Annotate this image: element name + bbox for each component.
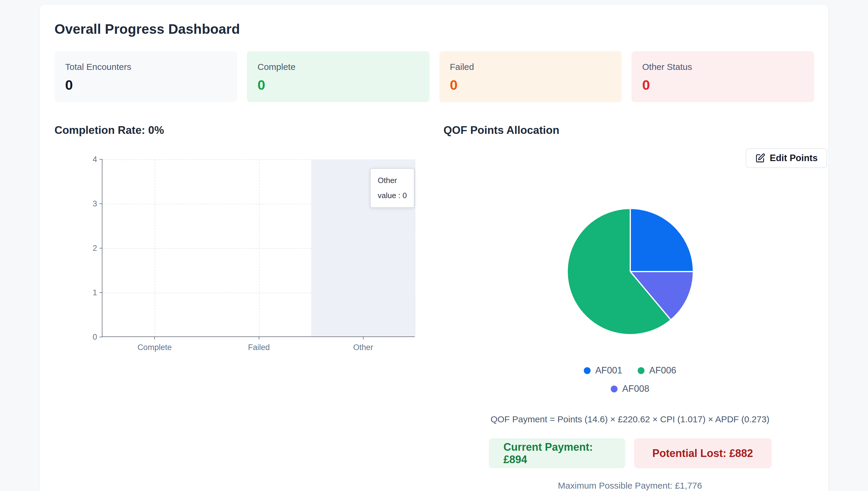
- legend-dot-icon: [611, 385, 618, 393]
- stat-label: Total Encounters: [65, 62, 227, 72]
- stat-value: 0: [642, 77, 804, 93]
- gridline: [154, 159, 155, 337]
- legend-row: AF008: [611, 383, 649, 394]
- qof-pie-chart[interactable]: [556, 198, 704, 346]
- potential-lost-card: Potential Lost: £882: [634, 438, 772, 468]
- pencil-square-icon: [755, 153, 765, 163]
- y-axis-tick: [99, 159, 102, 160]
- stat-value: 0: [450, 77, 611, 93]
- edit-points-label: Edit Points: [770, 153, 818, 164]
- dashboard-card: Overall Progress Dashboard Total Encount…: [39, 4, 829, 491]
- pie-slice-AF001[interactable]: [630, 208, 693, 271]
- potential-lost-label: Potential Lost: £882: [652, 447, 753, 460]
- gridline: [415, 159, 415, 337]
- legend-label: AF008: [622, 383, 649, 394]
- max-payment-note: Maximum Possible Payment: £1,776: [444, 481, 816, 491]
- x-axis-category-label: Complete: [138, 343, 172, 352]
- current-payment-label: Current Payment: £894: [504, 441, 610, 466]
- stat-label: Complete: [258, 62, 419, 72]
- stat-card-total-encounters: Total Encounters 0: [55, 51, 237, 102]
- completion-rate-heading: Completion Rate: 0%: [55, 124, 164, 137]
- bar-tooltip: Other value : 0: [370, 168, 415, 208]
- completion-bar-chart[interactable]: 01234CompleteFailedOther Other value : 0: [102, 159, 415, 337]
- stat-card-other-status: Other Status 0: [631, 51, 814, 102]
- bar-tooltip-value: value : 0: [378, 191, 407, 200]
- x-axis-tick: [363, 337, 363, 339]
- stats-row: Total Encounters 0 Complete 0 Failed 0 O…: [55, 51, 814, 102]
- legend-row: AF001AF006: [584, 365, 677, 376]
- x-axis-category-label: Other: [353, 343, 373, 352]
- x-axis-category-label: Failed: [248, 343, 270, 352]
- legend-dot-icon: [584, 367, 591, 374]
- stat-card-failed: Failed 0: [439, 51, 622, 102]
- legend-label: AF001: [595, 365, 622, 376]
- y-axis-tick: [99, 337, 102, 337]
- bar-tooltip-series: Other: [378, 176, 407, 185]
- stat-card-complete: Complete 0: [247, 51, 429, 102]
- y-axis-tick: [99, 248, 102, 249]
- y-axis-tick: [99, 292, 102, 293]
- y-axis-label: 3: [93, 199, 97, 208]
- y-axis-label: 4: [93, 155, 97, 164]
- legend-item-AF006[interactable]: AF006: [638, 365, 676, 376]
- legend-label: AF006: [649, 365, 676, 376]
- page-title: Overall Progress Dashboard: [55, 21, 240, 37]
- stat-value: 0: [258, 77, 419, 93]
- x-axis-tick: [154, 337, 155, 339]
- stat-label: Other Status: [642, 62, 804, 72]
- pie-legend: AF001AF006AF008: [444, 365, 816, 394]
- y-axis-label: 0: [93, 333, 97, 342]
- x-axis-tick: [259, 337, 259, 339]
- stat-value: 0: [65, 77, 227, 93]
- legend-dot-icon: [638, 367, 645, 374]
- gridline: [259, 159, 260, 337]
- current-payment-card: Current Payment: £894: [489, 438, 625, 468]
- stat-label: Failed: [450, 62, 611, 72]
- payment-summary-row: Current Payment: £894 Potential Lost: £8…: [444, 438, 816, 468]
- y-axis-label: 2: [93, 244, 97, 253]
- y-axis-label: 1: [93, 288, 97, 297]
- legend-item-AF008[interactable]: AF008: [611, 383, 649, 394]
- legend-item-AF001[interactable]: AF001: [584, 365, 622, 376]
- qof-formula-text: QOF Payment = Points (14.6) × £220.62 × …: [444, 414, 816, 424]
- qof-points-heading: QOF Points Allocation: [444, 124, 559, 137]
- y-axis-tick: [99, 203, 102, 204]
- edit-points-button[interactable]: Edit Points: [746, 148, 827, 168]
